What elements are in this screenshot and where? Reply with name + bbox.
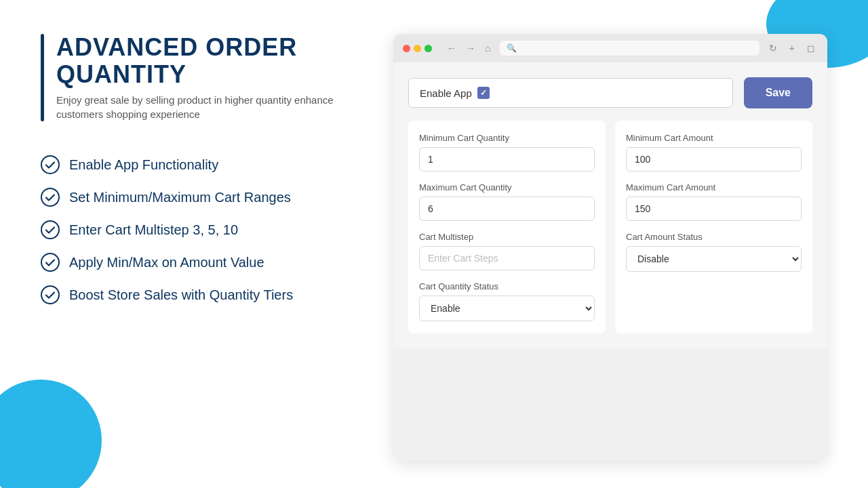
search-icon: 🔍	[507, 43, 517, 53]
max-cart-amount-field: Maximum Cart Amount	[626, 182, 802, 221]
form-grid: Minimum Cart Quantity Maximum Cart Quant…	[408, 121, 812, 333]
feature-label-4: Apply Min/Max on Amount Value	[69, 255, 264, 270]
min-cart-quantity-field: Minimum Cart Quantity	[419, 133, 595, 171]
svg-point-1	[41, 188, 59, 206]
browser-window-controls	[403, 45, 432, 52]
check-circle-icon	[41, 285, 60, 304]
page-subtitle: Enjoy great sale by selling product in h…	[56, 93, 366, 121]
close-window-button[interactable]	[403, 45, 410, 52]
enable-app-label: Enable App	[420, 87, 472, 99]
check-circle-icon	[41, 253, 60, 272]
browser-add-tab-button[interactable]: +	[787, 41, 797, 55]
cart-amount-status-label: Cart Amount Status	[626, 232, 802, 242]
browser-refresh-button[interactable]: ↻	[766, 41, 780, 55]
check-circle-icon	[41, 155, 60, 174]
feature-label-1: Enable App Functionality	[69, 157, 218, 173]
checkmark-icon: ✓	[480, 88, 487, 98]
cart-amount-status-select[interactable]: Enable Disable	[626, 246, 802, 272]
browser-home-button[interactable]: ⌂	[482, 41, 493, 55]
left-form-panel: Minimum Cart Quantity Maximum Cart Quant…	[408, 121, 606, 333]
cart-quantity-status-select[interactable]: Enable Disable	[419, 296, 595, 321]
header-text: ADVANCED ORDER QUANTITY Enjoy great sale…	[56, 34, 366, 121]
browser-toolbar: ← → ⌂ 🔍 ↻ + ◻	[393, 34, 827, 62]
check-circle-icon	[41, 188, 60, 207]
max-cart-quantity-field: Maximum Cart Quantity	[419, 182, 595, 221]
browser-back-button[interactable]: ←	[444, 41, 459, 55]
feature-label-3: Enter Cart Multistep 3, 5, 10	[69, 222, 238, 238]
features-list: Enable App Functionality Set Minimum/Max…	[41, 155, 366, 304]
min-cart-amount-field: Minimum Cart Amount	[626, 133, 802, 171]
feature-label-5: Boost Store Sales with Quantity Tiers	[69, 287, 293, 303]
left-panel: ADVANCED ORDER QUANTITY Enjoy great sale…	[41, 34, 366, 461]
browser-menu-button[interactable]: ◻	[804, 41, 818, 55]
check-circle-icon	[41, 220, 60, 239]
max-cart-quantity-label: Maximum Cart Quantity	[419, 182, 595, 192]
cart-multistep-field: Cart Multistep	[419, 232, 595, 270]
browser-mockup: ← → ⌂ 🔍 ↻ + ◻ Enable App ✓	[393, 34, 827, 461]
cart-quantity-status-field: Cart Quantity Status Enable Disable	[419, 281, 595, 321]
list-item: Enter Cart Multistep 3, 5, 10	[41, 220, 366, 239]
min-cart-quantity-label: Minimum Cart Quantity	[419, 133, 595, 143]
enable-app-checkbox[interactable]: ✓	[477, 87, 490, 99]
svg-point-2	[41, 221, 59, 239]
svg-point-3	[41, 253, 59, 271]
enable-app-row: Enable App ✓ Save	[408, 77, 812, 108]
page-title: ADVANCED ORDER QUANTITY	[56, 34, 366, 87]
right-panel: ← → ⌂ 🔍 ↻ + ◻ Enable App ✓	[393, 34, 827, 461]
right-form-panel: Minimum Cart Amount Maximum Cart Amount …	[615, 121, 812, 333]
list-item: Apply Min/Max on Amount Value	[41, 253, 366, 272]
svg-point-0	[41, 156, 59, 174]
browser-address-bar[interactable]: 🔍	[500, 41, 759, 56]
max-cart-amount-input[interactable]	[626, 197, 802, 221]
min-cart-amount-input[interactable]	[626, 147, 802, 171]
save-button[interactable]: Save	[744, 77, 812, 108]
max-cart-quantity-input[interactable]	[419, 197, 595, 221]
list-item: Boost Store Sales with Quantity Tiers	[41, 285, 366, 304]
cart-quantity-status-label: Cart Quantity Status	[419, 281, 595, 291]
svg-point-4	[41, 286, 59, 304]
header-border-decoration	[41, 34, 44, 121]
browser-content: Enable App ✓ Save Minimum Cart Quantity	[393, 62, 827, 348]
minimize-window-button[interactable]	[414, 45, 421, 52]
header-block: ADVANCED ORDER QUANTITY Enjoy great sale…	[41, 34, 366, 121]
list-item: Set Minimum/Maximum Cart Ranges	[41, 188, 366, 207]
feature-label-2: Set Minimum/Maximum Cart Ranges	[69, 190, 291, 205]
max-cart-amount-label: Maximum Cart Amount	[626, 182, 802, 192]
browser-nav-buttons: ← → ⌂	[444, 41, 493, 55]
cart-multistep-label: Cart Multistep	[419, 232, 595, 242]
browser-forward-button[interactable]: →	[463, 41, 478, 55]
cart-amount-status-field: Cart Amount Status Enable Disable	[626, 232, 802, 272]
cart-multistep-input[interactable]	[419, 246, 595, 270]
maximize-window-button[interactable]	[425, 45, 432, 52]
enable-app-field: Enable App ✓	[408, 78, 733, 108]
list-item: Enable App Functionality	[41, 155, 366, 174]
min-cart-amount-label: Minimum Cart Amount	[626, 133, 802, 143]
min-cart-quantity-input[interactable]	[419, 147, 595, 171]
